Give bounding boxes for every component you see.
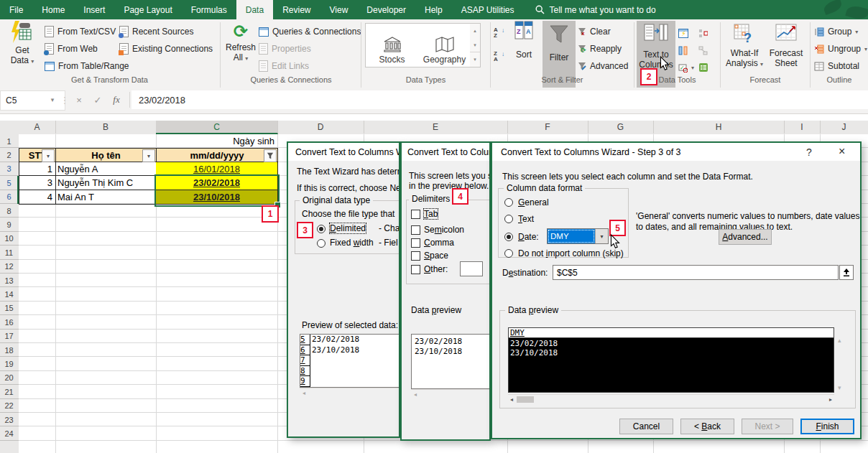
tab-data[interactable]: Data <box>236 0 273 19</box>
reapply-filter-button[interactable]: ⟳Reapply <box>578 41 622 57</box>
cell-a2-header[interactable]: STT▾ <box>19 148 56 162</box>
general-radio[interactable] <box>504 198 513 207</box>
column-header-h[interactable]: H <box>653 121 785 134</box>
cell-b2-header[interactable]: Họ tên▾ <box>55 148 157 162</box>
semicolon-checkbox[interactable] <box>411 225 420 235</box>
step3-preview-box[interactable]: DMY 23/02/2018 23/10/2018 <box>508 327 834 393</box>
step1-preview-hscrollbar[interactable]: ◂ <box>300 388 400 398</box>
row-header[interactable]: 21 <box>0 385 18 398</box>
collapse-dialog-button[interactable] <box>839 265 854 280</box>
column-header-a[interactable]: A <box>19 121 56 134</box>
advanced-filter-button[interactable]: Advanced <box>578 58 628 74</box>
cell-a6[interactable]: 4 <box>19 190 56 205</box>
tab-developer[interactable]: Developer <box>357 0 415 19</box>
comma-checkbox-label[interactable]: Comma <box>424 238 454 248</box>
remove-duplicates-button[interactable] <box>678 42 688 58</box>
semicolon-checkbox-label[interactable]: Semicolon <box>424 225 464 235</box>
general-radio-label[interactable]: General <box>518 197 549 207</box>
tab-insert[interactable]: Insert <box>74 0 114 19</box>
from-table-range-button[interactable]: From Table/Range <box>45 58 129 74</box>
clear-filter-button[interactable]: xClear <box>578 24 611 39</box>
row-header[interactable]: 11 <box>0 246 18 259</box>
other-checkbox[interactable] <box>411 265 420 274</box>
row-header[interactable]: 18 <box>0 343 18 357</box>
row-header[interactable]: 22 <box>0 399 18 413</box>
cell-b3[interactable]: Nguyễn A <box>55 162 157 176</box>
cell-a5[interactable]: 3 <box>19 176 56 190</box>
tab-help[interactable]: Help <box>415 0 452 19</box>
column-header-g[interactable]: G <box>588 121 654 134</box>
gallery-up-icon[interactable]: ▴ <box>470 24 480 38</box>
space-checkbox[interactable] <box>411 251 420 261</box>
fixed-width-radio[interactable] <box>317 239 326 248</box>
row-header[interactable]: 9 <box>0 218 18 231</box>
tab-review[interactable]: Review <box>273 0 320 19</box>
row-header[interactable]: 8 <box>0 204 18 218</box>
row-header[interactable]: 17 <box>0 330 18 343</box>
scrollbar-thumb[interactable] <box>517 396 534 403</box>
row-header[interactable]: 16 <box>0 315 18 329</box>
cancel-entry-icon[interactable]: × <box>70 90 88 109</box>
help-icon[interactable]: ? <box>806 146 812 158</box>
tab-home[interactable]: Home <box>32 0 74 19</box>
row-header[interactable]: 12 <box>0 260 18 274</box>
skip-column-radio[interactable] <box>504 249 513 258</box>
column-header-d[interactable]: D <box>277 121 364 134</box>
column-header-b[interactable]: B <box>55 121 157 134</box>
relationships-button[interactable] <box>698 42 708 58</box>
geography-button[interactable]: Geography <box>418 24 471 67</box>
tab-file[interactable]: File <box>0 0 32 19</box>
row-header[interactable]: 5 <box>0 176 18 190</box>
cell-a3[interactable]: 1 <box>19 162 56 176</box>
preview-column-header[interactable]: DMY <box>509 328 834 338</box>
stocks-button[interactable]: Stocks <box>366 24 418 67</box>
row-header[interactable]: 10 <box>0 232 18 246</box>
row-header[interactable]: 23 <box>0 413 18 426</box>
row-header[interactable]: 1 <box>0 134 18 148</box>
row-header[interactable]: 2 <box>0 148 18 162</box>
filter-applied-icon[interactable] <box>264 149 277 162</box>
scroll-up-icon[interactable]: ▴ <box>838 337 841 344</box>
row-header[interactable]: 15 <box>0 302 18 315</box>
delimited-radio[interactable] <box>317 225 326 233</box>
from-web-button[interactable]: From Web <box>45 41 98 57</box>
data-types-gallery-scrollbar[interactable]: ▴ ▾ ▾ <box>470 23 481 67</box>
properties-button[interactable]: Properties <box>259 41 311 57</box>
preview-selected-column[interactable]: 23/02/2018 23/10/2018 <box>509 338 834 392</box>
column-header-f[interactable]: F <box>507 121 588 134</box>
formula-input[interactable]: 23/02/2018 <box>131 90 868 109</box>
sort-za-button[interactable]: ZA↓ <box>494 51 506 62</box>
step3-preview-hscrollbar[interactable]: ◂ ▸ <box>508 394 834 404</box>
existing-connections-button[interactable]: Existing Connections <box>119 41 213 57</box>
sort-az-button[interactable]: AZ↓ <box>494 27 506 39</box>
row-header[interactable]: 19 <box>0 357 18 370</box>
insert-function-icon[interactable]: fx <box>108 90 125 109</box>
space-checkbox-label[interactable]: Space <box>424 251 448 261</box>
tab-formulas[interactable]: Formulas <box>182 0 236 19</box>
row-header[interactable]: 14 <box>0 287 18 301</box>
other-checkbox-label[interactable]: Other: <box>424 264 448 274</box>
text-radio[interactable] <box>504 215 513 223</box>
step2-preview-box[interactable]: 23/02/2018 23/10/2018 <box>411 334 491 389</box>
date-radio-label[interactable]: Date: <box>518 232 539 242</box>
step1-preview-box[interactable]: 523/02/2018 623/10/2018 7 8 9 <box>300 334 400 388</box>
confirm-entry-icon[interactable]: ✓ <box>89 90 106 109</box>
tab-checkbox-label[interactable]: Tab <box>424 209 438 219</box>
queries-connections-button[interactable]: Queries & Connections <box>259 24 361 39</box>
back-button[interactable]: < Back <box>680 419 734 434</box>
cell-b6[interactable]: Mai An T <box>55 190 157 205</box>
from-text-csv-button[interactable]: From Text/CSV <box>45 24 116 39</box>
close-icon[interactable]: × <box>839 145 845 158</box>
tab-page-layout[interactable]: Page Layout <box>114 0 181 19</box>
gallery-down-icon[interactable]: ▾ <box>470 38 480 52</box>
filter-dropdown-icon[interactable]: ▾ <box>42 149 55 162</box>
flash-fill-button[interactable]: ⚡ <box>678 25 688 41</box>
cell-b5[interactable]: Nguyễn Thị Kim C <box>55 176 157 190</box>
column-header-i[interactable]: I <box>784 121 821 134</box>
advanced-button[interactable]: Advanced... <box>719 229 772 245</box>
combo-dropdown-icon[interactable]: ▾ <box>595 229 608 243</box>
column-header-e[interactable]: E <box>364 121 508 134</box>
date-format-combobox[interactable]: DMY ▾ <box>547 228 609 244</box>
fixed-width-radio-label[interactable]: Fixed width <box>330 238 374 248</box>
comma-checkbox[interactable] <box>411 238 420 248</box>
